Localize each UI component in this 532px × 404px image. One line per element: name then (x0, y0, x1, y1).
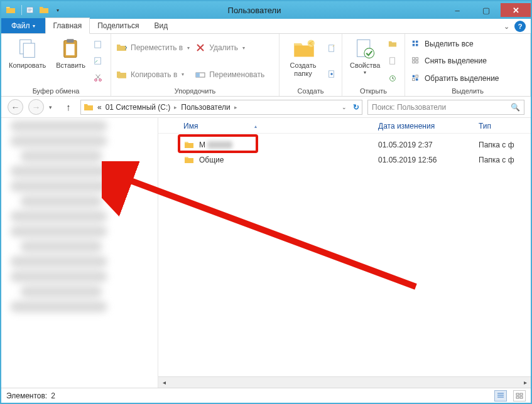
sort-indicator-icon: ▴ (254, 124, 257, 129)
help-icon[interactable]: ? (514, 21, 526, 32)
select-all-button[interactable]: Выделить все (410, 37, 499, 51)
svg-rect-5 (66, 44, 75, 55)
group-select: Выделить все Снять выделение Обратить вы… (405, 34, 531, 96)
properties-label: Свойства (350, 61, 380, 70)
status-label: Элементов: (6, 391, 47, 400)
view-details-button[interactable] (494, 390, 507, 401)
copy-to-label: Копировать в (131, 70, 177, 79)
delete-button[interactable]: Удалить▾ (195, 41, 264, 55)
easy-access-icon[interactable] (327, 70, 337, 78)
column-date[interactable]: Дата изменения (378, 122, 479, 130)
ribbon: Копировать Вставить Буфер обмена (1, 34, 531, 97)
svg-rect-25 (416, 58, 418, 60)
file-tab[interactable]: Файл ▾ (1, 18, 45, 33)
address-dropdown-icon[interactable]: ⌄ (342, 104, 347, 110)
move-icon (116, 42, 128, 53)
breadcrumb[interactable]: « 01 Системный (C:) ▸ Пользователи ▸ ⌄ ↻ (80, 100, 362, 115)
paste-button[interactable]: Вставить (53, 36, 88, 86)
select-all-label: Выделить все (425, 40, 474, 48)
minimize-button[interactable]: – (443, 3, 472, 17)
app-icon (5, 4, 16, 16)
ribbon-tabs: Файл ▾ Главная Поделиться Вид ⌄ ? (1, 19, 531, 34)
svg-point-15 (330, 73, 333, 75)
svg-rect-2 (23, 43, 35, 58)
horizontal-scrollbar[interactable]: ◂ ▸ (158, 376, 531, 388)
svg-point-8 (95, 79, 97, 82)
delete-icon (195, 42, 206, 53)
new-item-icon[interactable] (327, 44, 337, 53)
breadcrumb-item-1[interactable]: Пользователи (181, 103, 230, 112)
rename-label: Переименовать (209, 70, 264, 79)
open-icon[interactable] (388, 40, 398, 48)
chevron-down-icon: ▾ (182, 72, 184, 77)
file-list: Имя▴ Дата изменения Тип М 01.05.2019 2:3… (158, 118, 531, 388)
rename-button[interactable]: Переименовать (195, 68, 264, 82)
group-clipboard-label: Буфер обмена (6, 86, 106, 95)
move-to-button[interactable]: Переместить в▾ (116, 41, 190, 55)
item-date: 01.05.2019 2:37 (378, 141, 479, 149)
svg-rect-27 (416, 61, 418, 63)
list-item[interactable]: М 01.05.2019 2:37 Папка с ф (183, 137, 524, 152)
copy-button[interactable]: Копировать (6, 36, 48, 86)
paste-label: Вставить (56, 61, 85, 70)
tab-view[interactable]: Вид (146, 18, 175, 33)
refresh-icon[interactable]: ↻ (353, 103, 359, 112)
svg-rect-36 (520, 396, 523, 398)
forward-button[interactable]: → (28, 99, 44, 115)
up-button[interactable]: ↑ (62, 100, 75, 114)
scroll-right-icon[interactable]: ▸ (519, 379, 531, 386)
status-count: 2 (51, 391, 55, 400)
svg-point-17 (364, 48, 374, 58)
scroll-left-icon[interactable]: ◂ (158, 379, 170, 386)
search-icon: 🔍 (511, 103, 520, 112)
file-rows: М 01.05.2019 2:37 Папка с ф Общие 01.05.… (158, 134, 531, 376)
list-item[interactable]: Общие 01.05.2019 12:56 Папка с ф (183, 152, 524, 167)
scroll-track[interactable] (170, 378, 519, 387)
select-none-button[interactable]: Снять выделение (410, 54, 499, 68)
qat-dropdown-icon[interactable]: ▾ (52, 4, 63, 16)
select-all-icon (410, 38, 421, 50)
cut-icon[interactable] (93, 73, 103, 82)
edit-icon[interactable] (388, 56, 398, 65)
breadcrumb-prefix: « (97, 103, 102, 112)
ribbon-collapse-icon[interactable]: ⌄ (504, 23, 509, 31)
tab-share[interactable]: Поделиться (90, 18, 146, 33)
blurred-tree (1, 120, 151, 385)
svg-rect-21 (416, 41, 418, 43)
properties-button[interactable]: Свойства ▾ (347, 36, 383, 86)
qat-separator (21, 5, 22, 15)
column-name[interactable]: Имя (183, 122, 198, 130)
new-folder-button[interactable]: Создать папку (285, 36, 322, 86)
breadcrumb-item-0[interactable]: 01 Системный (C:) (106, 103, 171, 112)
history-icon[interactable] (388, 74, 398, 83)
back-button[interactable]: ← (8, 99, 23, 115)
new-folder-label: Создать папку (287, 61, 319, 78)
tab-home[interactable]: Главная (45, 18, 90, 34)
search-input[interactable]: Поиск: Пользователи 🔍 (367, 100, 524, 115)
qat-new-folder-icon[interactable] (24, 4, 36, 16)
search-placeholder: Поиск: Пользователи (372, 103, 446, 112)
svg-rect-28 (413, 75, 415, 78)
svg-rect-33 (516, 393, 519, 395)
svg-rect-29 (416, 75, 418, 78)
chevron-right-icon: ▸ (234, 104, 237, 110)
copy-to-button[interactable]: Копировать в▾ (116, 68, 190, 82)
folder-icon (84, 102, 94, 112)
maximize-button[interactable]: ▢ (472, 3, 501, 17)
view-icons-button[interactable] (513, 390, 526, 401)
history-dropdown-icon[interactable]: ▾ (49, 104, 57, 110)
svg-point-9 (99, 79, 102, 82)
invert-icon (410, 73, 421, 84)
file-tab-label: Файл (11, 21, 30, 30)
paste-path-icon[interactable] (93, 40, 103, 49)
paste-shortcut-icon[interactable] (93, 56, 103, 65)
column-type[interactable]: Тип (479, 122, 524, 130)
svg-rect-7 (95, 58, 101, 65)
close-button[interactable]: ✕ (501, 3, 531, 17)
column-headers[interactable]: Имя▴ Дата изменения Тип (158, 118, 531, 134)
qat-properties-icon[interactable] (38, 4, 50, 16)
navigation-pane[interactable] (1, 118, 158, 388)
folder-icon (183, 155, 195, 165)
invert-selection-button[interactable]: Обратить выделение (410, 72, 499, 85)
svg-rect-35 (516, 396, 519, 398)
